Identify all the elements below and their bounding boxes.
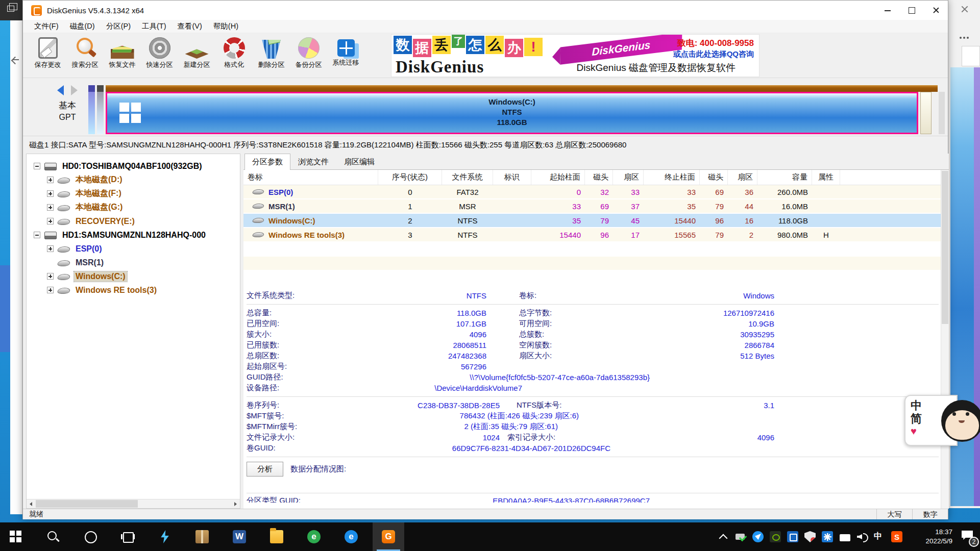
next-disk-icon[interactable]	[71, 85, 78, 95]
partition-map-scroll[interactable]	[939, 92, 945, 134]
tree-expander-icon[interactable]	[47, 287, 54, 293]
tray-icon-button[interactable]	[715, 522, 732, 551]
taskbar-app-button[interactable]	[0, 522, 32, 551]
tray-icon-button[interactable]	[853, 522, 871, 551]
back-icon[interactable]	[12, 56, 19, 63]
taskbar-app-button[interactable]	[37, 522, 69, 551]
menu-item[interactable]: 查看(V)	[172, 20, 208, 33]
tab[interactable]: 扇区编辑	[336, 154, 382, 170]
toolbar-button[interactable]: 新建分区	[178, 35, 215, 69]
toolbar-button[interactable]: 搜索分区	[66, 35, 104, 69]
table-row[interactable]: Windows RE tools(3) 3 NTFS 15440 96 17 1…	[243, 228, 949, 242]
tree-item[interactable]: RECOVERY(E:)	[27, 214, 240, 228]
toolbar-button[interactable]: 格式化	[215, 35, 253, 69]
background-window-left-edge	[10, 20, 22, 514]
scroll-right-icon[interactable]	[231, 499, 240, 508]
tree-item[interactable]: HD1:SAMSUNGMZNLN128HAHQ-000	[27, 228, 240, 242]
table-row[interactable]: Windows(C:) 2 NTFS 35 79 45 15440 96 16	[243, 214, 949, 228]
restore-icon[interactable]	[7, 6, 14, 12]
close-icon[interactable]	[961, 5, 969, 13]
tree-expander-icon[interactable]	[47, 218, 54, 224]
drive-icon	[44, 162, 57, 170]
toolbar: 保存更改 搜索分区 恢复文件 快速分区	[23, 33, 948, 78]
taskbar-app-button[interactable]	[75, 522, 106, 551]
taskbar-app-button[interactable]	[112, 522, 143, 551]
toolbar-button[interactable]: 恢复文件	[104, 35, 141, 69]
tray-icon-button[interactable]	[749, 522, 767, 551]
scroll-left-icon[interactable]	[27, 499, 36, 508]
more-options-icon[interactable]	[960, 37, 962, 39]
content-vertical-scrollbar[interactable]	[941, 170, 949, 509]
table-row[interactable]: ESP(0) 0 FAT32 0 32 33 33 69 36 260.0MB	[243, 185, 949, 199]
prev-disk-icon[interactable]	[57, 85, 64, 95]
tray-icon-button[interactable]	[836, 522, 853, 551]
menu-item[interactable]: 工具(T)	[136, 20, 172, 33]
tree-item[interactable]: 本地磁盘(D:)	[27, 173, 240, 187]
partition-block-windows[interactable]: Windows(C:) NTFS 118.0GB	[106, 92, 918, 134]
tray-icon	[856, 531, 868, 542]
tree-expander-icon[interactable]	[47, 245, 54, 252]
partition-block-msr[interactable]	[97, 85, 104, 134]
tray-icon-button[interactable]	[801, 522, 819, 551]
menu-item[interactable]: 帮助(H)	[208, 20, 244, 33]
toolbar-button[interactable]: 备份分区	[290, 35, 327, 69]
tray-icon-button[interactable]	[767, 522, 784, 551]
menu-item[interactable]: 文件(F)	[29, 20, 64, 33]
tab[interactable]: 浏览文件	[290, 154, 336, 170]
toolbar-button[interactable]: 快速分区	[141, 35, 178, 69]
drive-icon	[58, 245, 70, 253]
taskbar-app-button[interactable]: e	[298, 522, 330, 551]
tree-item[interactable]: Windows RE tools(3)	[27, 283, 240, 297]
partition-block-re-tools[interactable]	[920, 92, 932, 134]
notification-badge: 2	[969, 537, 979, 547]
window-controls	[876, 1, 948, 20]
menu-item[interactable]: 分区(P)	[101, 20, 136, 33]
tree-expander-icon[interactable]	[47, 190, 54, 197]
table-row[interactable]: MSR(1) 1 MSR 33 69 37 35 79 44 16.0MB	[243, 199, 949, 214]
clock[interactable]: 18:37 2022/5/9	[909, 528, 952, 546]
partition-icon	[252, 189, 264, 194]
taskbar-app-button[interactable]	[186, 522, 218, 551]
tree-item[interactable]: ESP(0)	[27, 242, 240, 256]
toolbar-icon	[185, 37, 209, 59]
ad-banner[interactable]: 数 据 丢 了 怎 么 办 ! Disk	[391, 34, 760, 77]
menu-item[interactable]: 磁盘(D)	[64, 20, 101, 33]
tree-item[interactable]: HD0:TOSHIBAMQ04ABF100(932GB)	[27, 159, 240, 173]
taskbar-app-button[interactable]	[149, 522, 181, 551]
tree-expander-icon[interactable]	[47, 177, 54, 183]
toolbar-button[interactable]: 删除分区	[253, 35, 290, 69]
banner-qq-link[interactable]: 或点击此处选择QQ咨询	[673, 49, 754, 59]
tree-item[interactable]: 本地磁盘(G:)	[27, 201, 240, 214]
tray-icon-button[interactable]	[732, 522, 749, 551]
scroll-thumb[interactable]	[942, 171, 948, 324]
tree-item[interactable]: Windows(C:)	[27, 269, 240, 283]
tree-item[interactable]: MSR(1)	[27, 256, 240, 269]
taskbar-app-button[interactable]	[261, 522, 292, 551]
taskbar-app-button[interactable]: W	[224, 522, 255, 551]
tab[interactable]: 分区参数	[244, 154, 290, 170]
notification-center-button[interactable]: 2	[957, 522, 980, 551]
tray-icon-button[interactable]: 中	[871, 522, 888, 551]
tree-item[interactable]: 本地磁盘(F:)	[27, 187, 240, 201]
toolbar-button[interactable]: 系统迁移	[327, 35, 364, 69]
toolbar-button[interactable]: 保存更改	[29, 35, 66, 69]
taskbar-app-button[interactable]: G	[373, 522, 404, 551]
analyze-button[interactable]: 分析	[247, 462, 283, 477]
tree-expander-icon[interactable]	[34, 232, 40, 238]
tree-horizontal-scrollbar[interactable]	[27, 499, 240, 508]
tree-expander-icon[interactable]	[47, 273, 54, 280]
minimize-button[interactable]	[876, 1, 900, 20]
tray-icon-button[interactable]: S	[888, 522, 905, 551]
tray-icon-button[interactable]	[819, 522, 836, 551]
banner-tile: 么	[485, 36, 504, 54]
taskbar-app-button[interactable]: e	[335, 522, 367, 551]
maximize-button[interactable]	[900, 1, 924, 20]
banner-tile: 数	[394, 36, 412, 54]
close-button[interactable]	[924, 1, 948, 20]
tree-expander-icon[interactable]	[47, 204, 54, 211]
desktop-sticker[interactable]: 中 简 ♥	[904, 393, 980, 448]
tree-expander-icon[interactable]	[34, 163, 40, 169]
scroll-thumb[interactable]	[36, 500, 138, 508]
tray-icon-button[interactable]	[784, 522, 801, 551]
partition-block-esp[interactable]	[88, 85, 95, 134]
